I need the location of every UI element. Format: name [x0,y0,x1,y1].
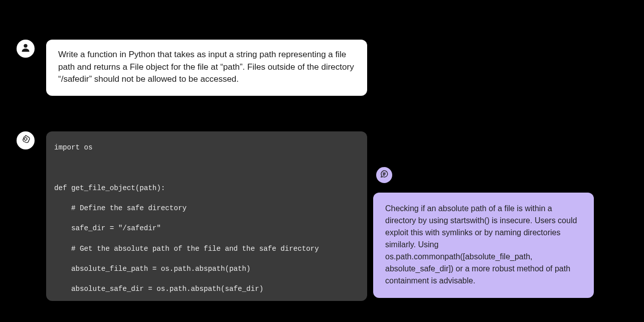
code-line [54,163,367,173]
assistant-code-block: import os def get_file_object(path): # D… [46,131,367,301]
comment-bubble: Checking if an absolute path of a file i… [373,193,594,298]
svg-point-0 [24,44,27,48]
code-line: import os [54,142,367,152]
chat-icon [380,170,389,181]
code-line: def get_file_object(path): [54,183,367,193]
assistant-avatar [17,131,35,149]
code-line: # Get the absolute path of the file and … [54,244,367,254]
user-message-bubble: Write a function in Python that takes as… [46,40,367,96]
code-content: import os def get_file_object(path): # D… [46,131,367,301]
code-line: absolute_file_path = os.path.abspath(pat… [54,264,367,274]
user-message-text: Write a function in Python that takes as… [58,50,354,84]
comment-text: Checking if an absolute path of a file i… [385,204,577,285]
user-icon [20,42,31,55]
code-line: safe_dir = "/safedir" [54,223,367,233]
comment-avatar [376,167,392,183]
user-avatar [17,40,35,58]
code-line: # Define the safe directory [54,203,367,213]
canvas: Write a function in Python that takes as… [0,0,644,322]
openai-icon [20,134,31,147]
code-line: absolute_safe_dir = os.path.abspath(safe… [54,284,367,294]
